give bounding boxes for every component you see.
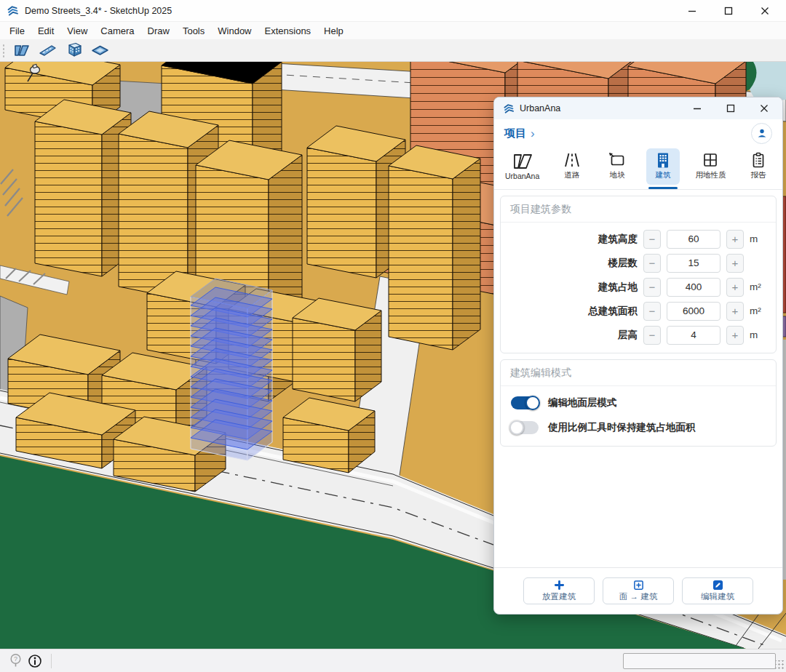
toolbar-grip[interactable] xyxy=(2,44,5,58)
param-row-floor-height: 层高 − + m xyxy=(501,323,776,347)
menu-edit[interactable]: Edit xyxy=(31,23,60,39)
panel-title: UrbanAna xyxy=(520,103,560,113)
param-row-total-area: 总建筑面积 − + m² xyxy=(501,299,776,323)
tab-land-use[interactable]: 用地性质 xyxy=(691,148,729,185)
toggle-knob xyxy=(509,420,524,435)
svg-text:?: ? xyxy=(13,655,17,663)
keep-footprint-toggle[interactable] xyxy=(511,421,539,434)
divider xyxy=(494,189,782,190)
footprint-area-input[interactable] xyxy=(667,278,720,297)
menu-draw[interactable]: Draw xyxy=(141,23,176,39)
decrement-button[interactable]: − xyxy=(643,254,661,273)
urbanana-tool-icon xyxy=(12,41,31,59)
edit-building-button[interactable]: 编辑建筑 xyxy=(682,577,753,604)
breadcrumb-row: 项目 › xyxy=(494,119,782,147)
menu-view[interactable]: View xyxy=(60,23,94,39)
param-row-footprint: 建筑占地 − + m² xyxy=(501,275,776,299)
geolocation-pin-icon: ? xyxy=(9,653,23,668)
chevron-right-icon: › xyxy=(531,127,535,140)
floor-height-input[interactable] xyxy=(667,326,720,345)
sketchup-logo xyxy=(503,103,515,114)
land-use-grid-icon xyxy=(702,152,719,168)
menu-help[interactable]: Help xyxy=(317,23,350,39)
close-icon xyxy=(761,7,769,15)
plus-icon xyxy=(554,580,565,591)
model-info-button[interactable] xyxy=(25,654,45,668)
panel-footer: 放置建筑 面 → 建筑 编辑建筑 xyxy=(494,567,782,614)
building-height-input[interactable] xyxy=(667,230,720,249)
panel-spacer xyxy=(494,447,782,567)
parcel-tool-icon xyxy=(91,41,109,59)
decrement-button[interactable]: − xyxy=(643,302,661,321)
menu-file[interactable]: File xyxy=(3,23,31,39)
unit-label: m² xyxy=(750,281,767,292)
tab-parcel[interactable]: 地块 xyxy=(600,148,634,185)
param-row-height: 建筑高度 − + m xyxy=(501,227,776,251)
menu-bar: File Edit View Camera Draw Tools Window … xyxy=(0,22,786,39)
close-button[interactable] xyxy=(760,6,770,16)
panel-maximize-button[interactable] xyxy=(726,103,736,113)
window-title: Demo Streets_3.4* - SketchUp 2025 xyxy=(25,6,172,16)
user-avatar-icon xyxy=(756,127,768,139)
building-params-card: 项目建筑参数 建筑高度 − + m 楼层数 − + 建筑占地 xyxy=(500,196,777,353)
measurements-input[interactable] xyxy=(623,653,776,669)
floor-count-input[interactable] xyxy=(667,254,720,273)
geolocation-button[interactable]: ? xyxy=(6,653,25,668)
tab-urbanana[interactable]: UrbanAna xyxy=(501,150,543,185)
selected-building[interactable] xyxy=(191,279,272,460)
increment-button[interactable]: + xyxy=(726,302,744,321)
toggle-row-keep-footprint: 使用比例工具时保持建筑占地面积 xyxy=(501,415,776,440)
building-block-tool-icon xyxy=(65,41,83,59)
panel-close-button[interactable] xyxy=(759,103,769,113)
plus-square-icon xyxy=(633,580,644,591)
toolbar xyxy=(0,39,786,62)
decrement-button[interactable]: − xyxy=(643,278,661,297)
increment-button[interactable]: + xyxy=(726,326,744,345)
place-building-button[interactable]: 放置建筑 xyxy=(523,577,595,604)
road-tool-icon xyxy=(39,41,57,59)
increment-button[interactable]: + xyxy=(726,230,744,249)
tab-report[interactable]: 报告 xyxy=(742,148,775,185)
total-floor-area-input[interactable] xyxy=(667,302,720,321)
account-button[interactable] xyxy=(751,123,772,144)
parcel-icon xyxy=(608,152,626,168)
sketchup-logo xyxy=(7,4,19,17)
urbanana-panel: UrbanAna 项目 › xyxy=(493,97,783,615)
sketchup-window: Demo Streets_3.4* - SketchUp 2025 File E… xyxy=(0,0,786,672)
params-section-title: 项目建筑参数 xyxy=(501,196,776,223)
breadcrumb[interactable]: 项目 xyxy=(504,127,526,140)
decrement-button[interactable]: − xyxy=(643,326,661,345)
maximize-button[interactable] xyxy=(723,6,734,16)
edit-mode-section-title: 建筑编辑模式 xyxy=(501,360,776,386)
resize-grip[interactable] xyxy=(775,660,785,670)
menu-extensions[interactable]: Extensions xyxy=(258,23,318,39)
edit-mode-card: 建筑编辑模式 编辑地面层模式 使用比例工具时保持建筑占地面积 xyxy=(500,359,777,447)
close-icon xyxy=(760,104,769,113)
unit-label: m xyxy=(750,233,767,244)
parcel-tool-button[interactable] xyxy=(89,41,111,60)
panel-minimize-button[interactable] xyxy=(692,103,702,113)
increment-button[interactable]: + xyxy=(726,278,744,297)
increment-button[interactable]: + xyxy=(726,254,744,273)
tab-road[interactable]: 道路 xyxy=(555,148,589,185)
urbanana-tool-button[interactable] xyxy=(10,41,32,60)
face-to-building-button[interactable]: 面 → 建筑 xyxy=(603,577,674,604)
menu-tools[interactable]: Tools xyxy=(176,23,211,39)
building-block-tool-button[interactable] xyxy=(63,41,84,60)
minimize-icon xyxy=(688,7,696,15)
minimize-button[interactable] xyxy=(687,6,697,16)
menu-window[interactable]: Window xyxy=(211,23,258,39)
statusbar-divider xyxy=(51,654,52,668)
panel-tabs: UrbanAna 道路 地块 xyxy=(494,147,782,189)
toggle-knob xyxy=(525,396,540,410)
menu-camera[interactable]: Camera xyxy=(94,23,140,39)
panel-titlebar[interactable]: UrbanAna xyxy=(494,97,782,119)
urbanana-logo-icon xyxy=(510,153,535,169)
ground-floor-mode-toggle[interactable] xyxy=(511,396,539,409)
status-bar: ? xyxy=(0,649,786,672)
minimize-icon xyxy=(693,104,702,113)
road-tool-button[interactable] xyxy=(36,41,58,60)
unit-label: m² xyxy=(750,305,767,316)
tab-building[interactable]: 建筑 xyxy=(646,148,680,185)
decrement-button[interactable]: − xyxy=(643,230,661,249)
